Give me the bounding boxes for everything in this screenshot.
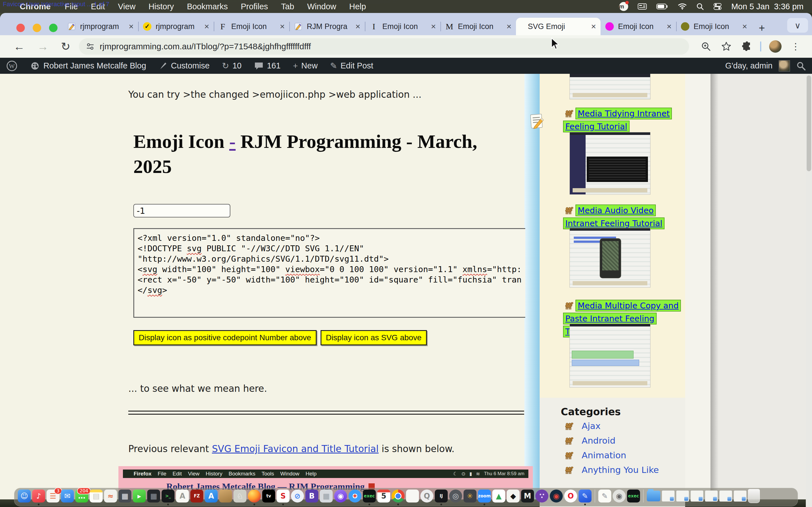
purple-dots-icon[interactable]: ∵	[536, 490, 548, 503]
tutorial-thumbnail-partial[interactable]	[570, 74, 650, 99]
quicktime-icon[interactable]: Q	[420, 490, 434, 503]
wp-site-menu[interactable]: Robert James Metcalfe Blog	[30, 61, 146, 71]
app-store-icon[interactable]: A	[205, 490, 218, 503]
app-status-icon[interactable]: m	[619, 2, 628, 11]
tab-close-icon[interactable]: ×	[204, 22, 209, 31]
pen-tool-icon[interactable]: ✎	[578, 490, 592, 503]
tab-rjmprogram[interactable]: rjmprogram×	[63, 18, 138, 35]
wp-new-menu[interactable]: + New	[293, 61, 318, 71]
category-link-android[interactable]: Android	[581, 436, 615, 446]
exec-window-2-icon[interactable]: exec	[627, 490, 640, 503]
minimized-window[interactable]	[705, 490, 718, 502]
minimized-window[interactable]	[691, 490, 703, 502]
category-link-animation[interactable]: Animation	[581, 450, 626, 460]
url-text[interactable]: rjmprogramming.com.au/ITblog/?p=71548&jg…	[100, 42, 311, 51]
wp-search-icon[interactable]	[796, 61, 806, 71]
gauge-icon[interactable]: ◉	[550, 490, 563, 503]
tab-close-icon[interactable]: ×	[591, 22, 596, 31]
reload-button[interactable]: ↻	[61, 40, 70, 53]
tab-emoji-icon[interactable]: IEmoji Icon×	[365, 18, 441, 35]
wp-comments-menu[interactable]: 161	[254, 61, 281, 70]
tab-emoji-icon[interactable]: Emoji Icon×	[676, 18, 752, 35]
tab-emoji-icon[interactable]: Emoji Icon×	[601, 18, 676, 35]
tutorial-link-media-audio-video[interactable]: Media Audio Video Intranet Feeling Tutor…	[564, 205, 664, 229]
exec-window-icon[interactable]: exec	[363, 490, 376, 503]
menu-bar-clock[interactable]: Mon 5 Jan 3:36 pm	[731, 2, 804, 11]
palette-icon[interactable]: ✳	[463, 490, 476, 503]
codepoint-number-input[interactable]	[133, 204, 231, 217]
firefox-icon[interactable]	[248, 490, 261, 503]
tutorial-thumbnail[interactable]	[570, 132, 650, 194]
stickies-icon[interactable]: ✎	[598, 490, 611, 503]
earth-icon[interactable]: ▲	[492, 490, 505, 503]
chrome-menu-icon[interactable]: ⋮	[791, 41, 800, 52]
tutorial-link-media-tidying[interactable]: Media Tidying Intranet Feeling Tutorial	[564, 108, 671, 132]
tab-search-chevron-button[interactable]: ∨	[787, 18, 808, 33]
m-app-icon[interactable]: M	[521, 490, 534, 503]
previous-tutorial-link[interactable]: SVG Emoji Favicon and Title Tutorial	[212, 443, 378, 454]
wp-logo[interactable]: W	[6, 60, 17, 71]
notes-icon[interactable]: ▤	[90, 490, 103, 503]
tutorial-thumbnail[interactable]	[570, 324, 650, 387]
launchpad-icon[interactable]: ▦	[118, 490, 132, 503]
forward-button[interactable]: →	[37, 40, 49, 53]
input-source-icon[interactable]	[638, 3, 647, 10]
wp-greeting[interactable]: G'day, admin	[725, 61, 772, 70]
textedit-icon[interactable]: A	[176, 490, 189, 503]
minimized-window[interactable]	[733, 490, 747, 502]
apple-tv-icon[interactable]: tv	[262, 490, 275, 503]
wp-updates-menu[interactable]: ↻ 10	[222, 61, 241, 71]
inkscape-icon[interactable]: ◆	[507, 490, 520, 503]
display-svg-button[interactable]: Display icon as SVG above	[320, 330, 427, 345]
tab-close-icon[interactable]: ×	[506, 22, 511, 31]
red-s-icon[interactable]: S	[276, 490, 290, 503]
opera-icon[interactable]: O	[564, 490, 577, 503]
close-window-button[interactable]	[16, 24, 25, 32]
profile-avatar[interactable]	[769, 40, 781, 53]
tab-emoji-icon[interactable]: MEmoji Icon×	[441, 18, 516, 35]
document-icon[interactable]	[406, 490, 419, 503]
tab-close-icon[interactable]: ×	[666, 22, 672, 31]
safari-icon[interactable]: ✦	[349, 490, 361, 503]
filezilla-icon[interactable]: FZ	[190, 490, 203, 503]
calendar-icon[interactable]: 5	[377, 490, 390, 503]
tab-close-icon[interactable]: ×	[355, 22, 360, 31]
extensions-puzzle-icon[interactable]	[742, 41, 752, 52]
tab-close-icon[interactable]: ×	[129, 22, 134, 31]
category-link-ajax[interactable]: Ajax	[581, 421, 601, 431]
chrome-icon[interactable]	[392, 490, 405, 503]
post-title-dash-link[interactable]: -	[229, 131, 236, 152]
menu-help[interactable]: Help	[349, 2, 366, 11]
preview-icon[interactable]: ▦	[320, 490, 333, 503]
facetime-icon[interactable]: ▸	[133, 490, 146, 503]
spiral-icon[interactable]: ◎	[449, 490, 462, 503]
minimized-window[interactable]	[719, 490, 732, 502]
new-tab-button[interactable]: +	[755, 20, 769, 35]
bookmark-star-icon[interactable]	[721, 41, 731, 52]
wp-customise-menu[interactable]: Customise	[158, 61, 209, 70]
podcasts-icon[interactable]: ◉	[334, 490, 347, 503]
menu-history[interactable]: History	[149, 2, 174, 11]
tab-emoji-icon[interactable]: FEmoji Icon×	[214, 18, 289, 35]
wp-edit-post-menu[interactable]: ✎ Edit Post	[330, 61, 373, 71]
dog-icon[interactable]: ♘	[234, 490, 246, 503]
garageband-icon[interactable]: ≈	[104, 490, 117, 503]
battery-icon[interactable]	[656, 3, 668, 10]
svg-code-textarea[interactable]: <?xml version="1.0" standalone="no"?><!D…	[133, 228, 525, 318]
intellij-icon[interactable]: IJ	[435, 490, 448, 503]
page-scrollbar[interactable]	[806, 74, 812, 507]
spotlight-search-icon[interactable]	[696, 3, 704, 10]
downloads-folder-icon[interactable]	[647, 491, 660, 501]
tab-close-icon[interactable]: ×	[431, 22, 436, 31]
lens-icon[interactable]: ◉	[613, 490, 626, 503]
address-bar[interactable]: rjmprogramming.com.au/ITblog/?p=71548&jg…	[79, 38, 689, 55]
terminal-icon[interactable]: >_	[161, 490, 174, 503]
menu-profiles[interactable]: Profiles	[241, 2, 268, 11]
zoom-window-button[interactable]	[49, 24, 57, 32]
menu-window[interactable]: Window	[307, 2, 336, 11]
minimized-window[interactable]	[662, 490, 675, 502]
menu-tab[interactable]: Tab	[281, 2, 294, 11]
menu-bookmarks[interactable]: Bookmarks	[187, 2, 228, 11]
minimized-window[interactable]	[676, 490, 689, 502]
prohibit-icon[interactable]: ⊘	[291, 490, 304, 503]
